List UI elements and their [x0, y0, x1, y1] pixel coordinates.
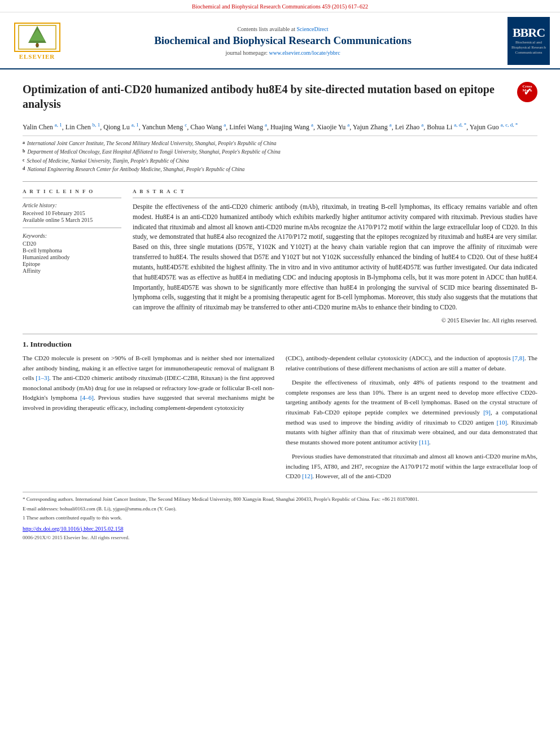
author-chao-wang: Chao Wang	[190, 123, 222, 131]
ref-1-3[interactable]: [1–3]	[36, 374, 49, 381]
author-yalin-chen: Yalin Chen	[23, 123, 53, 131]
svg-point-3	[36, 43, 39, 47]
ref-12[interactable]: [12]	[302, 473, 312, 479]
affil-d: d National Engineering Research Center f…	[23, 165, 537, 173]
crossmark-badge: ✓ Cross Mark	[517, 82, 537, 102]
homepage-url[interactable]: www.elsevier.com/locate/ybbrc	[269, 50, 340, 56]
author-linfei-wang: Linfei Wang	[229, 123, 263, 131]
svg-text:Mark: Mark	[522, 88, 532, 93]
homepage-line: journal homepage: www.elsevier.com/locat…	[69, 50, 496, 56]
elsevier-tree-box	[14, 23, 60, 52]
author-huajing-wang: Huajing Wang	[270, 123, 309, 131]
article-info-label: A R T I C L E I N F O	[23, 189, 121, 194]
intro-section: 1. Introduction The CD20 molecule is pre…	[23, 334, 537, 486]
intro-col-left: The CD20 molecule is present on >90% of …	[23, 353, 274, 486]
equal-contribution-note: 1 These authors contributed equally to t…	[23, 514, 537, 522]
svg-marker-2	[29, 29, 45, 41]
intro-col-right: (CDC), antibody-dependent cellular cytot…	[286, 353, 537, 486]
contents-line: Contents lists available at ScienceDirec…	[69, 26, 496, 32]
intro-para-3: Despite the effectiveness of rituximab, …	[286, 378, 537, 447]
keyword-epitope: Epitope	[23, 261, 121, 267]
intro-title: 1. Introduction	[23, 340, 537, 349]
intro-para-2: (CDC), antibody-dependent cellular cytot…	[286, 353, 537, 373]
authors-line: Yalin Chen a, 1, Lin Chen b, 1, Qiong Lu…	[23, 121, 537, 132]
keyword-affinity: Affinity	[23, 268, 121, 274]
author-lei-zhao: Lei Zhao	[395, 123, 420, 131]
footnotes-section: * Corresponding authors. International J…	[23, 492, 537, 541]
intro-para-4: Previous studies have demonstrated that …	[286, 452, 537, 482]
intro-body: The CD20 molecule is present on >90% of …	[23, 353, 537, 486]
ref-10[interactable]: [10]	[497, 419, 507, 426]
keyword-cd20: CD20	[23, 241, 121, 247]
header-section: ELSEVIER Contents lists available at Sci…	[0, 12, 560, 69]
affil-a: a International Joint Cancer Institute, …	[23, 139, 537, 147]
ref-11[interactable]: [11]	[419, 439, 429, 445]
bbrc-letters: BBRC	[513, 27, 545, 39]
abstract-label: A B S T R A C T	[133, 189, 537, 194]
keyword-b-cell: B-cell lymphoma	[23, 247, 121, 254]
abstract-text: Despite the effectiveness of the anti-CD…	[133, 202, 537, 313]
elsevier-label: ELSEVIER	[19, 53, 55, 60]
abstract-copyright: © 2015 Elsevier Inc. All rights reserved…	[133, 317, 537, 324]
author-lin-chen: Lin Chen	[65, 123, 91, 131]
corresponding-note: * Corresponding authors. International J…	[23, 496, 537, 504]
article-history-title: Article history:	[23, 202, 121, 208]
article-info-abstract-section: A R T I C L E I N F O Article history: R…	[23, 181, 537, 324]
sciencedirect-link[interactable]: ScienceDirect	[296, 26, 328, 32]
author-yajun-zhang: Yajun Zhang	[353, 123, 388, 131]
affiliations-section: a International Joint Cancer Institute, …	[23, 136, 537, 173]
author-xiaojie-yu: Xiaojie Yu	[317, 123, 345, 131]
bbrc-box: BBRC Biochemical and Biophysical Researc…	[508, 17, 550, 65]
article-title-section: Optimization of anti-CD20 humanized anti…	[23, 82, 537, 116]
ref-9[interactable]: [9]	[483, 409, 491, 416]
ref-7-8[interactable]: [7,8]	[513, 355, 524, 361]
doi-line[interactable]: http://dx.doi.org/10.1016/j.bbrc.2015.02…	[23, 525, 537, 533]
abstract-col: A B S T R A C T Despite the effectivenes…	[133, 189, 537, 324]
journal-header-center: Contents lists available at ScienceDirec…	[64, 26, 502, 56]
journal-title: Biochemical and Biophysical Research Com…	[69, 34, 496, 47]
article-content: Optimization of anti-CD20 humanized anti…	[0, 69, 560, 541]
author-bohua-li: Bohua Li	[427, 123, 452, 131]
keywords-title: Keywords:	[23, 233, 121, 239]
affil-b: b Department of Medical Oncology, East H…	[23, 148, 537, 156]
journal-top-line: Biochemical and Biophysical Research Com…	[0, 0, 560, 12]
keyword-humanized: Humanized antibody	[23, 254, 121, 260]
article-title: Optimization of anti-CD20 humanized anti…	[23, 82, 511, 111]
bbrc-logo-area: BBRC Biochemical and Biophysical Researc…	[502, 17, 550, 65]
received-date: Received 10 February 2015	[23, 210, 121, 216]
article-info-col: A R T I C L E I N F O Article history: R…	[23, 189, 121, 324]
author-qiong-lu: Qiong Lu	[103, 123, 129, 131]
ref-4-6[interactable]: [4–6]	[80, 394, 94, 401]
available-date: Available online 5 March 2015	[23, 217, 121, 223]
author-yajun-guo: Yajun Guo	[470, 123, 499, 131]
intro-para-1: The CD20 molecule is present on >90% of …	[23, 353, 274, 413]
author-yanchun-meng: Yanchun Meng	[142, 123, 183, 131]
bbrc-subtext: Biochemical and Biophysical Research Com…	[510, 40, 548, 55]
affil-c: c School of Medicine, Nankai University,…	[23, 157, 537, 165]
email-note: E-mail addresses: bohuali0163.com (B. Li…	[23, 505, 537, 513]
crossmark-icon: ✓ Cross Mark	[517, 82, 537, 102]
copyright-line: 0006-291X/© 2015 Elsevier Inc. All right…	[23, 534, 537, 542]
elsevier-logo-area: ELSEVIER	[10, 23, 64, 60]
